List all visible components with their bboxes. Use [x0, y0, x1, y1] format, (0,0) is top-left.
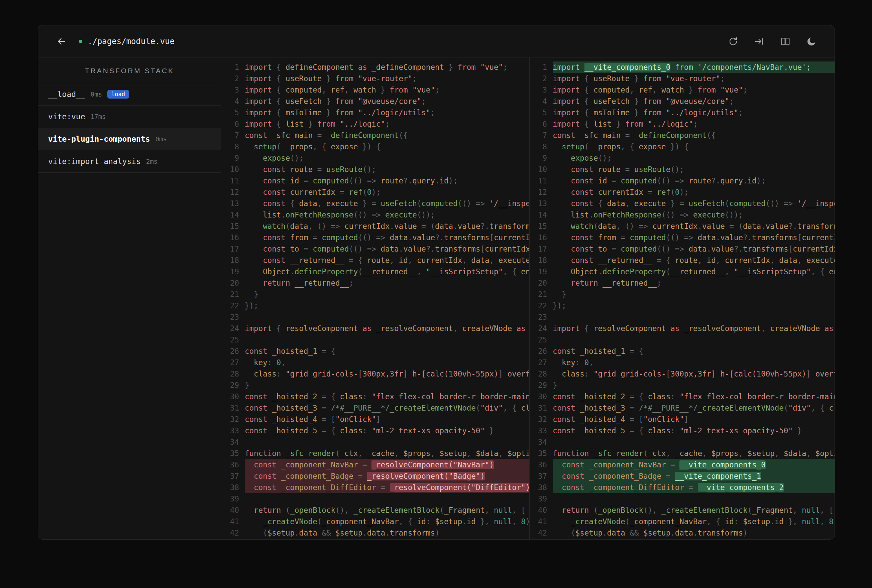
code-line: 18 const __returned__ = { route, id, cur… — [222, 255, 529, 266]
code-line: 23 — [530, 311, 834, 323]
code-line: 28 class: "grid grid-cols-[300px,3fr] h-… — [222, 368, 529, 380]
code-line: 3import { computed, ref, watch } from "v… — [530, 84, 834, 96]
code-text — [245, 436, 529, 448]
code-line: 39 — [222, 493, 529, 504]
code-line: 21 } — [222, 289, 529, 300]
side-by-side-button[interactable] — [778, 34, 792, 48]
back-button[interactable] — [54, 34, 69, 49]
code-line: 13 const { data, execute } = useFetch(co… — [222, 198, 529, 209]
line-number: 38 — [530, 482, 547, 493]
line-number: 36 — [222, 459, 239, 470]
line-number: 7 — [222, 130, 239, 141]
line-number: 21 — [530, 289, 547, 300]
line-number: 36 — [530, 459, 547, 470]
sidebar-item-vite-vue[interactable]: vite:vue 17ms — [38, 106, 221, 128]
code-line: 23 — [222, 311, 529, 323]
code-text: const __returned__ = { route, id, curren… — [553, 255, 834, 266]
code-text: const _sfc_main = _defineComponent({ — [553, 130, 834, 141]
line-number: 33 — [530, 425, 547, 436]
code-text: import { resolveComponent as _resolveCom… — [245, 323, 529, 334]
plugin-time: 0ms — [155, 135, 167, 142]
back-arrow-icon — [56, 36, 67, 47]
code-text: } — [553, 289, 834, 300]
line-number: 31 — [530, 402, 547, 414]
code-text: const to = computed(() => data.value?.tr… — [245, 243, 529, 255]
line-number: 9 — [222, 152, 239, 164]
line-number: 23 — [222, 311, 239, 323]
code-text: const __returned__ = { route, id, curren… — [245, 255, 529, 266]
inline-diff-button[interactable] — [752, 34, 766, 48]
line-number: 19 — [530, 266, 547, 277]
diff-before-panel[interactable]: 1import { defineComponent as _defineComp… — [222, 57, 529, 539]
code-text: const from = computed(() => data.value?.… — [553, 232, 834, 243]
code-line: 34 — [530, 436, 834, 448]
code-line: 5import { msToTime } from "../logic/util… — [530, 107, 834, 118]
transform-stack-sidebar: TRANSFORM STACK __load__ 0ms load vite:v… — [38, 57, 221, 539]
line-number: 9 — [530, 152, 547, 164]
line-number: 29 — [222, 380, 239, 391]
line-number: 6 — [530, 118, 547, 130]
code-line: 26const _hoisted_1 = { — [222, 345, 529, 357]
line-number: 23 — [530, 311, 547, 323]
code-line: 6import { list } from "../logic"; — [222, 118, 529, 130]
sidebar-item-load[interactable]: __load__ 0ms load — [38, 83, 221, 106]
code-text: const _hoisted_5 = { class: "ml-2 text-x… — [245, 425, 529, 436]
line-number: 1 — [530, 62, 547, 73]
code-text: }); — [553, 300, 834, 311]
code-line: 27 key: 0, — [222, 357, 529, 368]
line-number: 35 — [530, 448, 547, 459]
code-text: import { msToTime } from "../logic/utils… — [553, 107, 834, 118]
code-line: 35function _sfc_render(_ctx, _cache, $pr… — [530, 448, 834, 459]
code-line: 40 return (_openBlock(), _createElementB… — [222, 504, 529, 516]
line-number: 6 — [222, 118, 239, 130]
code-text: const _sfc_main = _defineComponent({ — [245, 130, 529, 141]
line-number: 14 — [222, 209, 239, 220]
line-number: 17 — [222, 243, 239, 255]
dark-mode-toggle[interactable] — [804, 34, 818, 48]
sidebar-item-vite-plugin-components[interactable]: vite-plugin-components 0ms — [38, 128, 221, 150]
code-line: 38 const _component_DiffEditor = __vite_… — [530, 482, 834, 493]
plugin-time: 2ms — [146, 158, 158, 165]
refresh-button[interactable] — [726, 34, 740, 48]
line-number: 16 — [222, 232, 239, 243]
plugin-name: vite:vue — [48, 112, 85, 121]
code-text: import { useRoute } from "vue-router"; — [245, 73, 529, 84]
line-number: 34 — [530, 436, 547, 448]
line-number: 37 — [530, 470, 547, 482]
line-number: 5 — [222, 107, 239, 118]
page-title-text: ./pages/module.vue — [87, 37, 174, 46]
code-line: 42 ($setup.data && $setup.data.transform… — [530, 527, 834, 538]
line-number: 13 — [530, 198, 547, 209]
code-text: import { list } from "../logic"; — [245, 118, 529, 130]
code-line: 32const _hoisted_4 = ["onClick"] — [530, 414, 834, 425]
code-line: 18 const __returned__ = { route, id, cur… — [530, 255, 834, 266]
code-text: import { msToTime } from "../logic/utils… — [245, 107, 529, 118]
line-number: 30 — [530, 391, 547, 402]
line-number: 28 — [222, 368, 239, 380]
toolbar — [726, 34, 818, 48]
code-line: 41 _createVNode(_component_NavBar, { id:… — [222, 516, 529, 527]
code-line: 20 return __returned__; — [530, 277, 834, 289]
line-number: 7 — [530, 130, 547, 141]
diff-view: 1import { defineComponent as _defineComp… — [222, 57, 834, 539]
sidebar-item-vite-import-analysis[interactable]: vite:import-analysis 2ms — [38, 150, 221, 173]
code-text: const _hoisted_3 = /*#__PURE__*/_createE… — [245, 402, 529, 414]
code-line: 42 ($setup.data && $setup.data.transform… — [222, 527, 529, 538]
code-text: const _component_DiffEditor = _resolveCo… — [245, 482, 529, 493]
line-number: 1 — [222, 62, 239, 73]
code-text: import { resolveComponent as _resolveCom… — [553, 323, 834, 334]
code-line: 13 const { data, execute } = useFetch(co… — [530, 198, 834, 209]
code-text — [553, 436, 834, 448]
code-text: const _component_NavBar = _resolveCompon… — [245, 459, 529, 470]
diff-after-panel[interactable]: 1import __vite_components_0 from '/compo… — [529, 57, 834, 539]
code-text: list.onFetchResponse(() => execute()); — [553, 209, 834, 220]
code-line: 11 const id = computed(() => route?.quer… — [222, 175, 529, 186]
code-line: 28 class: "grid grid-cols-[300px,3fr] h-… — [530, 368, 834, 380]
code-text: class: "grid grid-cols-[300px,3fr] h-[ca… — [245, 368, 529, 380]
code-line: 39 — [530, 493, 834, 504]
code-line: 16 const from = computed(() => data.valu… — [530, 232, 834, 243]
code-line: 34 — [222, 436, 529, 448]
line-number: 39 — [530, 493, 547, 504]
code-line: 30const _hoisted_2 = { class: "flex flex… — [222, 391, 529, 402]
code-line: 29} — [530, 380, 834, 391]
